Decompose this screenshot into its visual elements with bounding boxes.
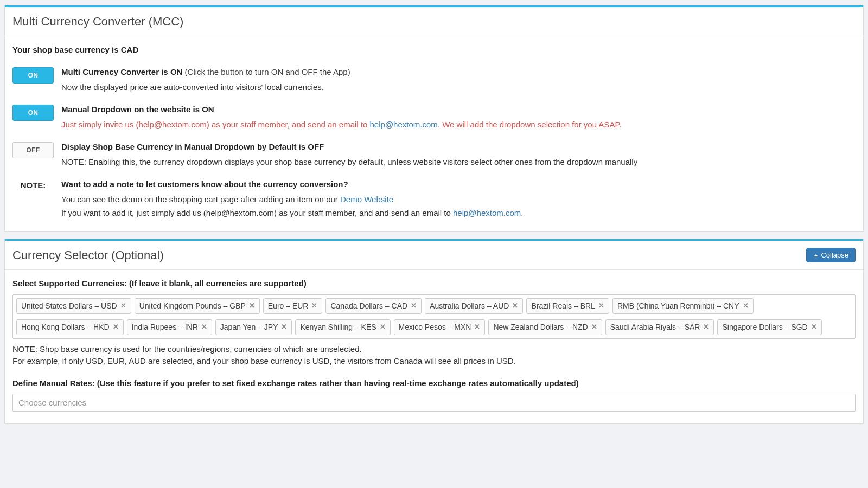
currency-tag[interactable]: Singapore Dollars – SGD✕: [717, 319, 821, 335]
currency-tag-label: New Zealand Dollars – NZD: [493, 322, 588, 333]
setting-title: Manual Dropdown on the website is ON: [61, 104, 856, 116]
currency-tag-label: Japan Yen – JPY: [220, 322, 278, 333]
currency-selector-title: Currency Selector (Optional): [12, 246, 164, 264]
setting-row-default-base: OFF Display Shop Base Currency in Manual…: [12, 141, 856, 169]
remove-tag-icon[interactable]: ✕: [591, 322, 597, 332]
setting-row-note: NOTE: Want to add a note to let customer…: [12, 178, 856, 220]
remove-tag-icon[interactable]: ✕: [201, 322, 207, 332]
selector-note: NOTE: Shop base currency is used for the…: [12, 343, 856, 368]
currency-tag[interactable]: Brazil Reais – BRL✕: [526, 298, 609, 314]
help-email-link[interactable]: help@hextom.com: [453, 208, 521, 217]
note-line2-pre: If you want to add it, just simply add u…: [61, 208, 453, 217]
note-content: Want to add a note to let customers know…: [57, 178, 856, 220]
setting-content: Multi Currency Converter is ON (Click th…: [57, 66, 856, 94]
setting-desc: Now the displayed price are auto-convert…: [61, 81, 856, 94]
currency-tag-label: Singapore Dollars – SGD: [722, 322, 807, 333]
note-line1-pre: You can see the demo on the shopping car…: [61, 195, 340, 204]
currency-tag-label: United States Dollars – USD: [21, 300, 117, 312]
currency-tag[interactable]: Saudi Arabia Riyals – SAR✕: [605, 319, 714, 335]
collapse-button[interactable]: Collapse: [806, 248, 856, 262]
note-line2: If you want to add it, just simply add u…: [61, 207, 856, 220]
currency-tag[interactable]: Mexico Pesos – MXN✕: [394, 319, 486, 335]
mcc-panel-body: Your shop base currency is CAD ON Multi …: [5, 36, 863, 231]
remove-tag-icon[interactable]: ✕: [411, 300, 417, 311]
remove-tag-icon[interactable]: ✕: [380, 322, 386, 332]
setting-title: Multi Currency Converter is ON (Click th…: [61, 66, 856, 79]
note-label: NOTE:: [12, 179, 54, 192]
remove-tag-icon[interactable]: ✕: [512, 300, 518, 311]
setting-title-text: Display Shop Base Currency in Manual Dro…: [61, 142, 324, 151]
currency-tag[interactable]: Japan Yen – JPY✕: [215, 319, 292, 335]
currency-tag-box[interactable]: United States Dollars – USD✕United Kingd…: [12, 294, 856, 339]
invite-line: Just simply invite us (help@hextom.com) …: [61, 119, 856, 131]
remove-tag-icon[interactable]: ✕: [311, 300, 317, 311]
currency-tag-label: Hong Kong Dollars – HKD: [21, 322, 110, 333]
remove-tag-icon[interactable]: ✕: [598, 300, 604, 311]
manual-rates-label: Define Manual Rates: (Use this feature i…: [12, 377, 856, 390]
note-title: Want to add a note to let customers know…: [61, 178, 856, 191]
currency-tag-label: United Kingdom Pounds – GBP: [139, 300, 246, 312]
currency-tag[interactable]: Euro – EUR✕: [263, 298, 323, 314]
currency-tag-label: Canada Dollars – CAD: [330, 300, 407, 312]
chevron-up-icon: [813, 253, 819, 258]
demo-website-link[interactable]: Demo Website: [340, 195, 393, 204]
invite-pre: Just simply invite us (help@hextom.com) …: [61, 120, 370, 129]
currency-tag[interactable]: RMB (China Yuan Renminbi) – CNY✕: [612, 298, 754, 314]
note-line2-post: .: [521, 208, 523, 217]
remove-tag-icon[interactable]: ✕: [474, 322, 480, 332]
remove-tag-icon[interactable]: ✕: [281, 322, 287, 332]
mcc-title: Multi Currency Converter (MCC): [12, 12, 183, 30]
remove-tag-icon[interactable]: ✕: [249, 300, 255, 311]
base-currency-line: Your shop base currency is CAD: [12, 44, 856, 56]
setting-row-mcc: ON Multi Currency Converter is ON (Click…: [12, 66, 856, 94]
currency-tag[interactable]: United States Dollars – USD✕: [16, 298, 131, 314]
currency-tag-label: Euro – EUR: [268, 300, 309, 312]
invite-email-link[interactable]: help@hextom.com: [370, 120, 438, 129]
currency-tag[interactable]: Kenyan Shilling – KES✕: [295, 319, 390, 335]
currency-tag[interactable]: Hong Kong Dollars – HKD✕: [16, 319, 124, 335]
select-currencies-label: Select Supported Currencies: (If leave i…: [12, 278, 856, 290]
toggle-col: ON: [12, 66, 57, 84]
toggle-col: OFF: [12, 141, 57, 158]
currency-selector-body: Select Supported Currencies: (If leave i…: [5, 270, 863, 423]
setting-content: Manual Dropdown on the website is ON Jus…: [57, 104, 856, 131]
setting-title-text: Multi Currency Converter is ON: [61, 67, 182, 76]
currency-tag-label: India Rupees – INR: [132, 322, 198, 333]
currency-tag-label: Brazil Reais – BRL: [531, 300, 595, 312]
remove-tag-icon[interactable]: ✕: [703, 322, 709, 332]
currency-tag[interactable]: India Rupees – INR✕: [127, 319, 212, 335]
currency-selector-header: Currency Selector (Optional) Collapse: [5, 241, 863, 270]
mcc-panel: Multi Currency Converter (MCC) Your shop…: [4, 5, 864, 232]
setting-content: Display Shop Base Currency in Manual Dro…: [57, 141, 856, 169]
remove-tag-icon[interactable]: ✕: [120, 300, 126, 311]
mcc-panel-header: Multi Currency Converter (MCC): [5, 7, 863, 36]
currency-tag[interactable]: Canada Dollars – CAD✕: [326, 298, 422, 314]
setting-hint: (Click the button to turn ON and OFF the…: [182, 67, 350, 76]
toggle-mcc[interactable]: ON: [12, 67, 54, 84]
selector-note-line2: For example, if only USD, EUR, AUD are s…: [12, 355, 856, 368]
currency-tag-label: Mexico Pesos – MXN: [399, 322, 471, 333]
setting-title: Display Shop Base Currency in Manual Dro…: [61, 141, 856, 153]
currency-tag-label: RMB (China Yuan Renminbi) – CNY: [617, 300, 739, 312]
invite-post: . We will add the dropdown selection for…: [438, 120, 622, 129]
currency-tag[interactable]: United Kingdom Pounds – GBP✕: [135, 298, 260, 314]
remove-tag-icon[interactable]: ✕: [743, 300, 749, 311]
toggle-col: ON: [12, 104, 57, 121]
currency-tag-label: Kenyan Shilling – KES: [300, 322, 376, 333]
toggle-default-base[interactable]: OFF: [12, 142, 54, 158]
setting-desc: NOTE: Enabling this, the currency dropdo…: [61, 156, 856, 169]
toggle-dropdown[interactable]: ON: [12, 105, 54, 121]
collapse-label: Collapse: [821, 251, 848, 259]
currency-tag-label: Saudi Arabia Riyals – SAR: [610, 322, 700, 333]
manual-rates-input[interactable]: [12, 394, 856, 412]
setting-row-dropdown: ON Manual Dropdown on the website is ON …: [12, 104, 856, 131]
note-line1: You can see the demo on the shopping car…: [61, 194, 856, 206]
remove-tag-icon[interactable]: ✕: [811, 322, 817, 332]
currency-tag[interactable]: New Zealand Dollars – NZD✕: [488, 319, 602, 335]
currency-selector-panel: Currency Selector (Optional) Collapse Se…: [4, 239, 864, 424]
selector-note-line1: NOTE: Shop base currency is used for the…: [12, 343, 856, 356]
currency-tag[interactable]: Australia Dollars – AUD✕: [425, 298, 523, 314]
remove-tag-icon[interactable]: ✕: [113, 322, 119, 332]
note-col: NOTE:: [12, 178, 57, 192]
currency-tag-label: Australia Dollars – AUD: [430, 300, 509, 312]
